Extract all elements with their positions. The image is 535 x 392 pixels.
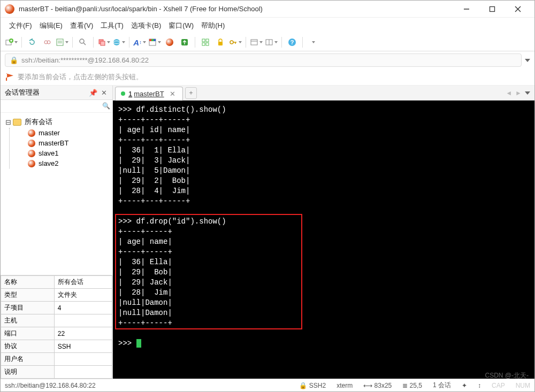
colorscheme-button[interactable] <box>148 36 161 49</box>
search-icon: 🔍 <box>102 102 110 110</box>
fullscreen-button[interactable] <box>199 36 212 49</box>
panel-close-button[interactable]: ✕ <box>100 88 108 97</box>
pin-button[interactable]: 📌 <box>89 88 97 97</box>
folder-icon <box>13 119 21 126</box>
font-button[interactable]: A↕ <box>133 36 146 49</box>
session-icon <box>28 150 35 157</box>
tab-next-button[interactable]: ► <box>515 89 522 97</box>
prop-row: 类型文件夹 <box>1 289 112 302</box>
flag-icon <box>6 73 13 81</box>
toolbar-overflow-button[interactable] <box>307 36 319 49</box>
xftp-button[interactable] <box>178 36 191 49</box>
address-bar: 🔒 ssh://beitian:**********@192.168.64.80… <box>1 51 534 69</box>
status-num: NUM <box>516 382 530 389</box>
properties-button[interactable] <box>56 36 68 49</box>
menu-view[interactable]: 查看(V) <box>67 20 96 32</box>
tree-session-slave1[interactable]: slave1 <box>10 148 110 158</box>
prop-row: 子项目4 <box>1 302 112 314</box>
status-term: xterm <box>337 382 353 389</box>
chevron-down-icon <box>65 41 68 43</box>
tab-close-button[interactable]: ✕ <box>169 89 177 98</box>
lock-icon: 🔒 <box>10 56 18 64</box>
status-sessions: 1 会话 <box>433 381 451 390</box>
chevron-down-icon <box>259 41 263 43</box>
app-icon <box>5 4 14 14</box>
status-path: ssh://beitian@192.168.64.80:22 <box>5 382 96 389</box>
session-icon <box>28 129 35 137</box>
new-tab-button[interactable]: ＋ <box>185 87 197 99</box>
svg-rect-22 <box>154 39 156 41</box>
find-button[interactable] <box>77 36 89 49</box>
session-search: 🔍 <box>1 100 112 113</box>
copy-button[interactable] <box>97 36 110 49</box>
menu-file[interactable]: 文件(F) <box>6 20 35 32</box>
terminal[interactable]: >>> df.distinct().show() +----+---+-----… <box>113 101 534 379</box>
disconnect-button[interactable] <box>41 36 54 49</box>
tree-session-master[interactable]: master <box>10 128 110 138</box>
notice-bar: 要添加当前会话，点击左侧的箭头按钮。 <box>1 69 534 86</box>
svg-point-13 <box>80 39 84 43</box>
menu-edit[interactable]: 编辑(E) <box>36 20 66 32</box>
tree-item-label: slave2 <box>39 159 59 167</box>
terminal-output-1: >>> df.distinct().show() +----+---+-----… <box>118 105 226 205</box>
svg-rect-24 <box>202 39 205 42</box>
status-proto: SSH2 <box>309 382 326 389</box>
keys-button[interactable] <box>229 36 242 49</box>
session-icon <box>28 160 35 167</box>
prop-row: 协议SSH <box>1 340 112 353</box>
help-button[interactable]: ? <box>286 36 299 49</box>
layout-button[interactable] <box>250 36 263 49</box>
chevron-down-icon <box>14 41 18 43</box>
tab-prev-button[interactable]: ◄ <box>506 89 512 97</box>
lock-icon: 🔒 <box>299 382 307 389</box>
search-input[interactable] <box>3 102 102 110</box>
svg-text:?: ? <box>291 39 294 45</box>
close-button[interactable] <box>506 2 530 17</box>
minimize-button[interactable] <box>454 2 479 17</box>
menu-help[interactable]: 帮助(H) <box>198 20 228 32</box>
lock-button[interactable] <box>214 36 227 49</box>
paste-button[interactable] <box>112 36 125 49</box>
reconnect-button[interactable] <box>26 36 39 49</box>
new-session-button[interactable] <box>5 36 18 49</box>
address-history-button[interactable] <box>525 59 530 62</box>
tree-root[interactable]: ⊟ 所有会话 <box>3 116 110 128</box>
tree-item-label: master <box>39 129 60 137</box>
svg-point-29 <box>230 41 233 44</box>
session-icon <box>28 140 35 147</box>
menu-tabs[interactable]: 选项卡(B) <box>128 20 164 32</box>
main-area: 1 masterBT ✕ ＋ ◄ ► >>> df.distinct().sho… <box>113 86 534 379</box>
chevron-down-icon <box>312 41 315 43</box>
collapse-icon[interactable]: ⊟ <box>5 118 11 126</box>
tile-button[interactable] <box>265 36 278 49</box>
maximize-button[interactable] <box>480 2 505 17</box>
terminal-cursor <box>136 339 141 348</box>
tab-strip: 1 masterBT ✕ ＋ ◄ ► <box>113 86 534 101</box>
tab-label: masterBT <box>134 90 164 98</box>
status-dot-icon <box>121 91 125 96</box>
tree-session-masterbt[interactable]: masterBT <box>10 138 110 148</box>
tree-item-label: masterBT <box>39 139 68 147</box>
window-title: masterBT - beitian@panli:/usr/local/spar… <box>19 5 454 13</box>
prop-row: 用户名 <box>1 353 112 366</box>
tree-session-slave2[interactable]: slave2 <box>10 158 110 168</box>
status-cursor: 25,5 <box>410 382 422 389</box>
svg-rect-21 <box>151 39 154 41</box>
prop-row: 主机 <box>1 314 112 327</box>
session-manager-panel: 会话管理器 📌 ✕ 🔍 ⊟ 所有会话 master masterBT slave… <box>1 86 113 379</box>
tree-root-label: 所有会话 <box>25 117 52 127</box>
chevron-down-icon <box>122 41 125 43</box>
menu-window[interactable]: 窗口(W) <box>165 20 197 32</box>
tab-list-button[interactable] <box>525 91 530 95</box>
menu-tools[interactable]: 工具(T) <box>97 20 127 32</box>
toolbar: A↕ ? <box>1 34 534 51</box>
address-text: ssh://beitian:**********@192.168.64.80:2… <box>21 56 149 64</box>
xshell-icon-button[interactable] <box>163 36 176 49</box>
svg-rect-20 <box>149 39 151 41</box>
tab-masterbt[interactable]: 1 masterBT ✕ <box>115 87 183 101</box>
svg-rect-10 <box>57 39 63 45</box>
session-tree: ⊟ 所有会话 master masterBT slave1 slave2 <box>1 113 112 275</box>
panel-title: 会话管理器 <box>5 88 40 97</box>
svg-rect-27 <box>206 43 209 45</box>
address-input[interactable]: 🔒 ssh://beitian:**********@192.168.64.80… <box>5 53 522 67</box>
